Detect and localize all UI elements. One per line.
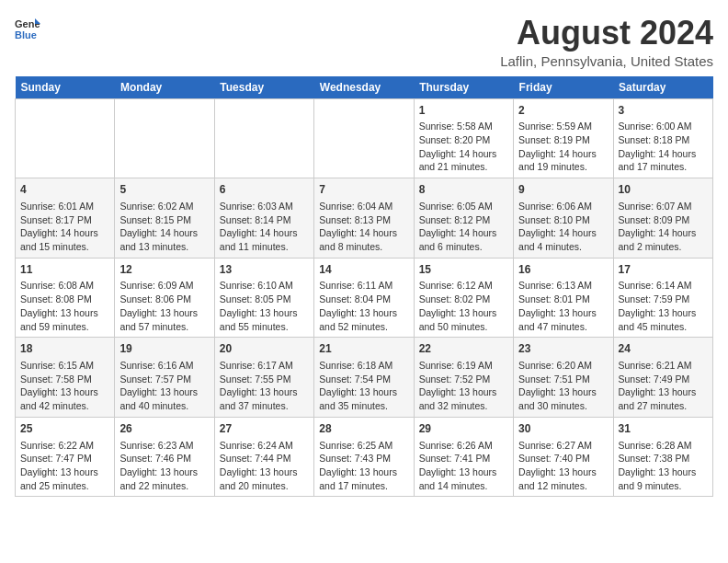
day-info: Sunrise: 6:04 AM Sunset: 8:13 PM Dayligh… bbox=[319, 200, 408, 254]
day-number: 8 bbox=[419, 182, 508, 198]
calendar-cell bbox=[214, 98, 313, 178]
weekday-header-tuesday: Tuesday bbox=[214, 76, 313, 99]
calendar-cell: 16Sunrise: 6:13 AM Sunset: 8:01 PM Dayli… bbox=[514, 258, 613, 338]
subtitle: Laflin, Pennsylvania, United States bbox=[500, 53, 713, 69]
day-info: Sunrise: 6:28 AM Sunset: 7:38 PM Dayligh… bbox=[619, 439, 708, 493]
day-number: 27 bbox=[220, 421, 309, 437]
day-number: 14 bbox=[319, 262, 408, 278]
day-number: 12 bbox=[119, 262, 209, 278]
day-info: Sunrise: 6:01 AM Sunset: 8:17 PM Dayligh… bbox=[20, 200, 109, 254]
calendar-cell: 8Sunrise: 6:05 AM Sunset: 8:12 PM Daylig… bbox=[414, 178, 513, 259]
logo-icon: General Blue bbox=[15, 15, 40, 40]
day-number: 26 bbox=[119, 421, 209, 437]
weekday-header-sunday: Sunday bbox=[16, 76, 115, 99]
calendar-cell: 14Sunrise: 6:11 AM Sunset: 8:04 PM Dayli… bbox=[314, 258, 414, 338]
calendar-cell: 26Sunrise: 6:23 AM Sunset: 7:46 PM Dayli… bbox=[115, 417, 214, 497]
day-info: Sunrise: 6:23 AM Sunset: 7:46 PM Dayligh… bbox=[119, 439, 209, 493]
day-info: Sunrise: 6:27 AM Sunset: 7:40 PM Dayligh… bbox=[518, 439, 608, 493]
day-number: 15 bbox=[419, 262, 508, 278]
day-number: 22 bbox=[419, 341, 508, 357]
calendar-cell: 24Sunrise: 6:21 AM Sunset: 7:49 PM Dayli… bbox=[613, 338, 712, 418]
day-number: 16 bbox=[518, 262, 608, 278]
day-info: Sunrise: 6:21 AM Sunset: 7:49 PM Dayligh… bbox=[619, 359, 708, 413]
day-number: 5 bbox=[119, 182, 209, 198]
day-number: 9 bbox=[518, 182, 608, 198]
calendar-cell: 3Sunrise: 6:00 AM Sunset: 8:18 PM Daylig… bbox=[613, 98, 712, 178]
day-info: Sunrise: 6:03 AM Sunset: 8:14 PM Dayligh… bbox=[220, 200, 309, 254]
day-number: 19 bbox=[119, 341, 209, 357]
day-info: Sunrise: 6:24 AM Sunset: 7:44 PM Dayligh… bbox=[220, 439, 309, 493]
weekday-header-saturday: Saturday bbox=[613, 76, 712, 99]
day-info: Sunrise: 5:58 AM Sunset: 8:20 PM Dayligh… bbox=[419, 120, 508, 174]
day-info: Sunrise: 6:22 AM Sunset: 7:47 PM Dayligh… bbox=[20, 439, 109, 493]
calendar-cell: 23Sunrise: 6:20 AM Sunset: 7:51 PM Dayli… bbox=[514, 338, 613, 418]
calendar-cell: 22Sunrise: 6:19 AM Sunset: 7:52 PM Dayli… bbox=[414, 338, 513, 418]
calendar-cell: 6Sunrise: 6:03 AM Sunset: 8:14 PM Daylig… bbox=[214, 178, 313, 259]
day-number: 1 bbox=[419, 103, 508, 119]
day-number: 24 bbox=[619, 341, 708, 357]
day-info: Sunrise: 6:06 AM Sunset: 8:10 PM Dayligh… bbox=[518, 200, 608, 254]
calendar-table: SundayMondayTuesdayWednesdayThursdayFrid… bbox=[15, 76, 713, 498]
day-info: Sunrise: 6:00 AM Sunset: 8:18 PM Dayligh… bbox=[619, 120, 708, 174]
day-number: 23 bbox=[518, 341, 608, 357]
day-info: Sunrise: 6:11 AM Sunset: 8:04 PM Dayligh… bbox=[319, 279, 408, 333]
weekday-header-wednesday: Wednesday bbox=[314, 76, 414, 99]
week-row-1: 4Sunrise: 6:01 AM Sunset: 8:17 PM Daylig… bbox=[16, 178, 713, 259]
day-number: 21 bbox=[319, 341, 408, 357]
day-number: 17 bbox=[619, 262, 708, 278]
calendar-cell: 19Sunrise: 6:16 AM Sunset: 7:57 PM Dayli… bbox=[115, 338, 214, 418]
calendar-cell: 9Sunrise: 6:06 AM Sunset: 8:10 PM Daylig… bbox=[514, 178, 613, 259]
day-number: 3 bbox=[619, 103, 708, 119]
day-number: 13 bbox=[220, 262, 309, 278]
day-info: Sunrise: 6:20 AM Sunset: 7:51 PM Dayligh… bbox=[518, 359, 608, 413]
weekday-header-monday: Monday bbox=[115, 76, 214, 99]
calendar-cell bbox=[16, 98, 115, 178]
weekday-header-thursday: Thursday bbox=[414, 76, 513, 99]
day-number: 30 bbox=[518, 421, 608, 437]
calendar-cell: 15Sunrise: 6:12 AM Sunset: 8:02 PM Dayli… bbox=[414, 258, 513, 338]
day-info: Sunrise: 6:13 AM Sunset: 8:01 PM Dayligh… bbox=[518, 279, 608, 333]
week-row-0: 1Sunrise: 5:58 AM Sunset: 8:20 PM Daylig… bbox=[16, 98, 713, 178]
calendar-cell: 20Sunrise: 6:17 AM Sunset: 7:55 PM Dayli… bbox=[214, 338, 313, 418]
day-info: Sunrise: 6:19 AM Sunset: 7:52 PM Dayligh… bbox=[419, 359, 508, 413]
calendar-cell: 12Sunrise: 6:09 AM Sunset: 8:06 PM Dayli… bbox=[115, 258, 214, 338]
calendar-cell: 27Sunrise: 6:24 AM Sunset: 7:44 PM Dayli… bbox=[214, 417, 313, 497]
calendar-cell: 29Sunrise: 6:26 AM Sunset: 7:41 PM Dayli… bbox=[414, 417, 513, 497]
week-row-2: 11Sunrise: 6:08 AM Sunset: 8:08 PM Dayli… bbox=[16, 258, 713, 338]
day-number: 7 bbox=[319, 182, 408, 198]
day-info: Sunrise: 6:05 AM Sunset: 8:12 PM Dayligh… bbox=[419, 200, 508, 254]
day-info: Sunrise: 6:12 AM Sunset: 8:02 PM Dayligh… bbox=[419, 279, 508, 333]
calendar-cell: 7Sunrise: 6:04 AM Sunset: 8:13 PM Daylig… bbox=[314, 178, 414, 259]
calendar-cell: 28Sunrise: 6:25 AM Sunset: 7:43 PM Dayli… bbox=[314, 417, 414, 497]
day-number: 10 bbox=[619, 182, 708, 198]
calendar-cell: 13Sunrise: 6:10 AM Sunset: 8:05 PM Dayli… bbox=[214, 258, 313, 338]
calendar-cell: 1Sunrise: 5:58 AM Sunset: 8:20 PM Daylig… bbox=[414, 98, 513, 178]
day-number: 4 bbox=[20, 182, 109, 198]
day-info: Sunrise: 6:07 AM Sunset: 8:09 PM Dayligh… bbox=[619, 200, 708, 254]
day-number: 25 bbox=[20, 421, 109, 437]
day-info: Sunrise: 6:26 AM Sunset: 7:41 PM Dayligh… bbox=[419, 439, 508, 493]
week-row-3: 18Sunrise: 6:15 AM Sunset: 7:58 PM Dayli… bbox=[16, 338, 713, 418]
day-number: 20 bbox=[220, 341, 309, 357]
day-number: 2 bbox=[518, 103, 608, 119]
day-number: 29 bbox=[419, 421, 508, 437]
day-info: Sunrise: 6:15 AM Sunset: 7:58 PM Dayligh… bbox=[20, 359, 109, 413]
title-block: August 2024 Laflin, Pennsylvania, United… bbox=[500, 15, 713, 69]
main-title: August 2024 bbox=[500, 15, 713, 52]
calendar-cell: 17Sunrise: 6:14 AM Sunset: 7:59 PM Dayli… bbox=[613, 258, 712, 338]
week-row-4: 25Sunrise: 6:22 AM Sunset: 7:47 PM Dayli… bbox=[16, 417, 713, 497]
calendar-cell: 25Sunrise: 6:22 AM Sunset: 7:47 PM Dayli… bbox=[16, 417, 115, 497]
calendar-cell: 21Sunrise: 6:18 AM Sunset: 7:54 PM Dayli… bbox=[314, 338, 414, 418]
page-header: General Blue August 2024 Laflin, Pennsyl… bbox=[15, 15, 713, 69]
day-number: 11 bbox=[20, 262, 109, 278]
day-info: Sunrise: 6:08 AM Sunset: 8:08 PM Dayligh… bbox=[20, 279, 109, 333]
day-info: Sunrise: 6:02 AM Sunset: 8:15 PM Dayligh… bbox=[119, 200, 209, 254]
day-info: Sunrise: 6:14 AM Sunset: 7:59 PM Dayligh… bbox=[619, 279, 708, 333]
calendar-cell: 18Sunrise: 6:15 AM Sunset: 7:58 PM Dayli… bbox=[16, 338, 115, 418]
day-info: Sunrise: 6:17 AM Sunset: 7:55 PM Dayligh… bbox=[220, 359, 309, 413]
day-info: Sunrise: 5:59 AM Sunset: 8:19 PM Dayligh… bbox=[518, 120, 608, 174]
weekday-header-friday: Friday bbox=[514, 76, 613, 99]
calendar-cell: 5Sunrise: 6:02 AM Sunset: 8:15 PM Daylig… bbox=[115, 178, 214, 259]
day-number: 18 bbox=[20, 341, 109, 357]
calendar-cell: 30Sunrise: 6:27 AM Sunset: 7:40 PM Dayli… bbox=[514, 417, 613, 497]
